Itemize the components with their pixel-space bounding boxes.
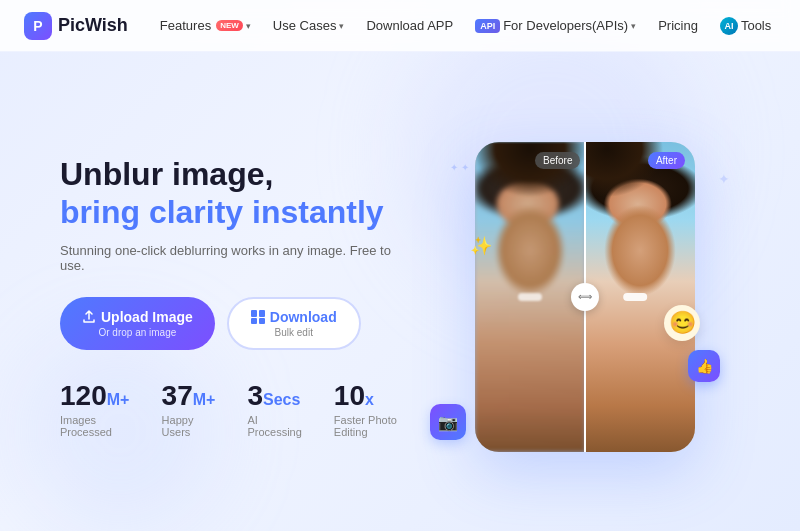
nav-item-features[interactable]: Features NEW ▾ [150, 12, 261, 39]
upload-button[interactable]: Upload Image Or drop an image [60, 297, 215, 350]
sparkle-left-icon: ✦ ✦ [450, 162, 469, 173]
logo-text: PicWish [58, 15, 128, 36]
stat-faster-label: Faster Photo Editing [334, 414, 410, 438]
like-icon: 👍 [688, 350, 720, 382]
stat-images: 120M+ Images Processed [60, 382, 130, 438]
hero-left: Unblur image, bring clarity instantly St… [60, 155, 410, 439]
headline-black: Unblur image, [60, 155, 410, 193]
stat-images-number: 120M+ [60, 382, 130, 410]
stat-users-number: 37M+ [162, 382, 216, 410]
navbar: P PicWish Features NEW ▾ Use Cases ▾ Dow… [0, 0, 800, 52]
stat-users: 37M+ Happy Users [162, 382, 216, 438]
nav-item-tools[interactable]: AI Tools [710, 11, 781, 41]
after-label: After [648, 152, 685, 169]
before-image [475, 142, 585, 452]
use-cases-chevron-icon: ▾ [339, 21, 344, 31]
upload-button-sub: Or drop an image [98, 327, 176, 338]
nav-item-api[interactable]: API For Developers(APIs) ▾ [465, 12, 646, 39]
stat-speed-label: AI Processing [247, 414, 301, 438]
main-content: Unblur image, bring clarity instantly St… [0, 52, 800, 531]
stat-faster: 10x Faster Photo Editing [334, 382, 410, 438]
smile-emoji: 😊 [664, 305, 700, 341]
after-image [585, 142, 695, 452]
api-chevron-icon: ▾ [631, 21, 636, 31]
ai-badge: AI [720, 17, 738, 35]
nav-item-use-cases[interactable]: Use Cases ▾ [263, 12, 355, 39]
before-label: Before [535, 152, 580, 169]
features-chevron-icon: ▾ [246, 21, 251, 31]
divider-handle[interactable]: ⟺ [571, 283, 599, 311]
logo[interactable]: P PicWish [24, 12, 128, 40]
stat-speed-number: 3Secs [247, 382, 301, 410]
hero-right: ✦ ✦ ✨ 📷 ⟺ Before [410, 72, 760, 521]
stat-users-label: Happy Users [162, 414, 216, 438]
cta-buttons: Upload Image Or drop an image Download B… [60, 297, 410, 350]
windows-icon [251, 310, 265, 324]
camera-icon: 📷 [430, 404, 466, 440]
stat-faster-number: 10x [334, 382, 410, 410]
stats-row: 120M+ Images Processed 37M+ Happy Users … [60, 382, 410, 438]
headline-blue: bring clarity instantly [60, 193, 410, 231]
upload-icon [82, 310, 96, 324]
download-button-sub: Bulk edit [275, 327, 313, 338]
nav-items: Features NEW ▾ Use Cases ▾ Download APP … [150, 11, 781, 41]
new-badge: NEW [216, 20, 243, 31]
stat-speed: 3Secs AI Processing [247, 382, 301, 438]
api-badge: API [475, 19, 500, 33]
demo-image-card: ⟺ Before After [475, 142, 695, 452]
download-button[interactable]: Download Bulk edit [227, 297, 361, 350]
hero-subtitle: Stunning one-click deblurring works in a… [60, 243, 410, 273]
logo-icon: P [24, 12, 52, 40]
magic-icon: ✨ [470, 234, 492, 257]
nav-item-pricing[interactable]: Pricing [648, 12, 708, 39]
stat-images-label: Images Processed [60, 414, 130, 438]
stars-icon: ✦ [718, 171, 730, 187]
nav-item-download[interactable]: Download APP [356, 12, 463, 39]
